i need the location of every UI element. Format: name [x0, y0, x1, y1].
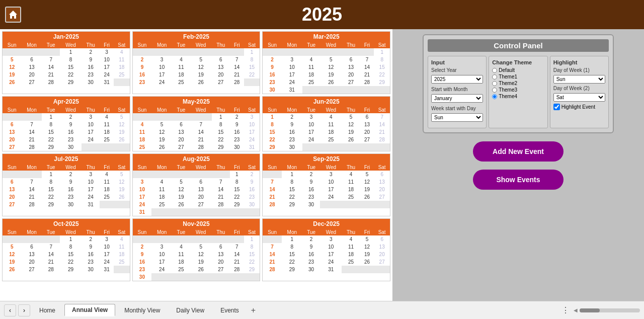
calendar-day[interactable]: 16 [133, 258, 152, 266]
calendar-day[interactable] [244, 273, 260, 281]
calendar-day[interactable]: 20 [3, 136, 22, 143]
calendar-day[interactable]: 4 [320, 113, 342, 121]
calendar-day[interactable]: 1 [244, 48, 260, 56]
calendar-day[interactable]: 19 [172, 193, 190, 201]
calendar-day[interactable]: 30 [282, 143, 302, 151]
calendar-day[interactable]: 22 [230, 193, 244, 201]
calendar-day[interactable]: 30 [82, 78, 100, 86]
calendar-day[interactable]: 15 [374, 63, 390, 71]
calendar-day[interactable]: 2 [133, 243, 152, 251]
calendar-day[interactable]: 19 [190, 71, 212, 78]
calendar-day[interactable]: 4 [172, 243, 190, 251]
calendar-day[interactable]: 20 [374, 251, 390, 258]
calendar-day[interactable]: 25 [114, 71, 130, 78]
calendar-day[interactable]: 5 [172, 178, 190, 186]
calendar-day[interactable]: 24 [282, 78, 302, 86]
calendar-day[interactable]: 16 [82, 251, 100, 258]
calendar-day[interactable]: 8 [282, 243, 302, 251]
calendar-day[interactable]: 17 [151, 71, 172, 78]
calendar-day[interactable]: 26 [360, 193, 374, 201]
calendar-day[interactable]: 19 [360, 251, 374, 258]
calendar-day[interactable]: 1 [60, 48, 82, 56]
calendar-day[interactable]: 20 [22, 258, 42, 266]
calendar-day[interactable]: 19 [3, 71, 22, 78]
calendar-day[interactable]: 1 [60, 235, 82, 243]
calendar-day[interactable]: 28 [263, 266, 282, 273]
calendar-day[interactable]: 21 [190, 136, 212, 143]
calendar-day[interactable]: 2 [82, 235, 100, 243]
calendar-day[interactable] [172, 48, 190, 56]
calendar-day[interactable]: 18 [172, 71, 190, 78]
calendar-day[interactable]: 1 [230, 171, 244, 178]
calendar-day[interactable]: 25 [100, 193, 114, 201]
calendar-day[interactable]: 19 [342, 128, 360, 136]
calendar-day[interactable]: 6 [3, 178, 22, 186]
calendar-day[interactable]: 12 [114, 121, 130, 128]
calendar-day[interactable]: 21 [360, 71, 374, 78]
calendar-day[interactable]: 7 [263, 243, 282, 251]
calendar-day[interactable]: 27 [190, 201, 212, 208]
calendar-day[interactable]: 30 [60, 143, 82, 151]
calendar-day[interactable] [172, 273, 190, 281]
calendar-day[interactable]: 5 [342, 113, 360, 121]
calendar-day[interactable]: 30 [133, 273, 152, 281]
calendar-day[interactable]: 18 [100, 128, 114, 136]
calendar-day[interactable]: 9 [133, 251, 152, 258]
calendar-day[interactable] [42, 48, 60, 56]
calendar-day[interactable]: 31 [133, 208, 152, 216]
calendar-day[interactable]: 22 [42, 193, 60, 201]
calendar-day[interactable]: 23 [133, 78, 152, 86]
calendar-day[interactable]: 27 [212, 78, 230, 86]
calendar-day[interactable]: 31 [100, 78, 114, 86]
calendar-day[interactable]: 2 [282, 113, 302, 121]
calendar-day[interactable] [342, 48, 360, 56]
calendar-day[interactable]: 9 [82, 243, 100, 251]
calendar-day[interactable] [342, 266, 360, 273]
calendar-day[interactable]: 13 [342, 63, 360, 71]
calendar-day[interactable] [22, 171, 42, 178]
calendar-day[interactable]: 3 [302, 113, 320, 121]
calendar-day[interactable]: 21 [263, 258, 282, 266]
dow1-dropdown[interactable]: Sun [553, 75, 605, 84]
calendar-day[interactable] [172, 208, 190, 216]
calendar-day[interactable]: 5 [151, 121, 172, 128]
calendar-day[interactable] [263, 48, 282, 56]
calendar-day[interactable]: 24 [320, 258, 342, 266]
calendar-day[interactable]: 24 [82, 136, 100, 143]
calendar-day[interactable] [360, 201, 374, 208]
calendar-day[interactable] [230, 48, 244, 56]
calendar-day[interactable]: 12 [3, 63, 22, 71]
calendar-day[interactable] [3, 171, 22, 178]
calendar-day[interactable]: 28 [374, 136, 390, 143]
calendar-day[interactable]: 20 [190, 193, 212, 201]
calendar-day[interactable]: 25 [342, 193, 360, 201]
nav-tab-monthly[interactable]: Monthly View [117, 305, 167, 316]
scroll-track[interactable] [580, 308, 640, 312]
calendar-day[interactable]: 6 [212, 56, 230, 63]
calendar-day[interactable]: 21 [212, 193, 230, 201]
calendar-day[interactable] [114, 143, 130, 151]
calendar-day[interactable]: 25 [302, 78, 320, 86]
calendar-day[interactable]: 15 [244, 63, 260, 71]
calendar-day[interactable]: 30 [302, 266, 320, 273]
calendar-day[interactable]: 4 [342, 171, 360, 178]
calendar-day[interactable]: 26 [114, 193, 130, 201]
calendar-day[interactable] [190, 235, 212, 243]
calendar-day[interactable] [3, 113, 22, 121]
calendar-day[interactable]: 5 [360, 171, 374, 178]
calendar-day[interactable]: 28 [190, 143, 212, 151]
calendar-day[interactable]: 15 [42, 186, 60, 193]
calendar-day[interactable]: 10 [82, 121, 100, 128]
calendar-day[interactable]: 14 [22, 186, 42, 193]
calendar-day[interactable] [302, 143, 320, 151]
calendar-day[interactable]: 18 [320, 128, 342, 136]
calendar-day[interactable]: 18 [342, 251, 360, 258]
calendar-day[interactable]: 11 [100, 121, 114, 128]
calendar-day[interactable] [342, 201, 360, 208]
theme1-radio[interactable] [492, 74, 497, 79]
calendar-day[interactable]: 19 [360, 186, 374, 193]
nav-tab-daily[interactable]: Daily View [169, 305, 211, 316]
calendar-day[interactable]: 10 [100, 243, 114, 251]
calendar-day[interactable]: 14 [374, 121, 390, 128]
calendar-day[interactable] [342, 86, 360, 94]
